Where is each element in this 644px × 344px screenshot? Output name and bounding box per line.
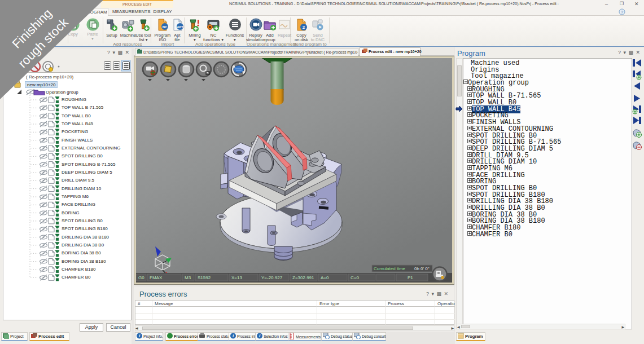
svg-text:A=0: A=0: [321, 275, 329, 280]
svg-text:M3: M3: [185, 275, 191, 280]
svg-text:NC: NC: [163, 25, 168, 29]
svg-text:G0: G0: [138, 275, 144, 280]
svg-text:APT: APT: [177, 25, 184, 29]
svg-text:?: ?: [621, 10, 624, 15]
svg-text:C=0: C=0: [351, 275, 359, 280]
svg-text:Cumulated time: Cumulated time: [374, 266, 406, 271]
svg-text:P1: P1: [408, 275, 413, 280]
svg-text:FMAX: FMAX: [150, 275, 163, 280]
svg-text:X=13: X=13: [231, 275, 242, 280]
svg-text:Z=302.991: Z=302.991: [292, 275, 314, 280]
svg-text:2: 2: [303, 25, 305, 30]
svg-text:S1592: S1592: [198, 275, 211, 280]
svg-text:Y=-20.927: Y=-20.927: [261, 275, 283, 280]
svg-text:0h 0' 0": 0h 0' 0": [414, 266, 430, 271]
